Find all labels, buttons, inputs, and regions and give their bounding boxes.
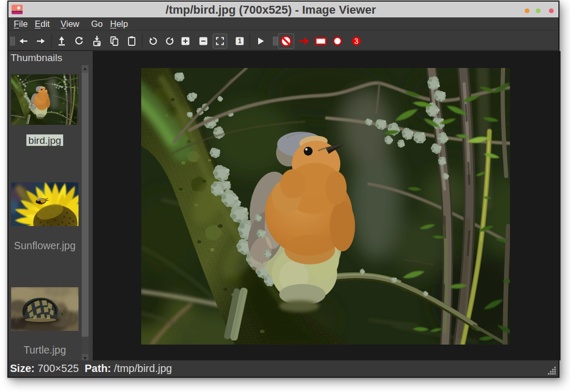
svg-text:1: 1	[238, 37, 242, 45]
svg-text:3: 3	[355, 37, 359, 45]
